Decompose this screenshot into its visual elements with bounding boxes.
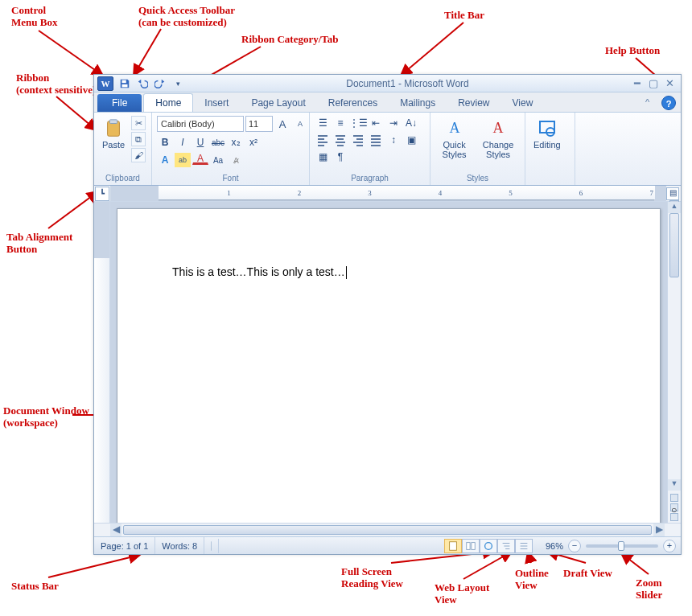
group-styles: A Quick Styles A Change Styles Styles xyxy=(430,113,525,185)
tab-review[interactable]: Review xyxy=(447,94,500,112)
highlight-button[interactable]: ab xyxy=(175,153,191,167)
status-words[interactable]: Words: 8 xyxy=(155,537,204,554)
sort-icon[interactable]: A↓ xyxy=(403,116,419,130)
view-full-screen-reading[interactable] xyxy=(462,539,480,553)
view-web-layout[interactable] xyxy=(480,539,497,553)
document-workspace[interactable]: This is a test…This is only a test… xyxy=(110,202,667,523)
shading-icon[interactable]: ▣ xyxy=(403,133,419,147)
number-list-icon[interactable]: ≡ xyxy=(332,116,348,130)
h-scroll-thumb[interactable] xyxy=(123,525,652,535)
decrease-indent-icon[interactable]: ⇤ xyxy=(368,116,384,130)
anno-zoom-slider: Zoom Slider xyxy=(636,577,662,602)
editing-button[interactable]: Editing xyxy=(530,116,564,151)
group-clipboard: Paste ✂ ⧉ 🖌 Clipboard xyxy=(94,113,152,185)
scroll-right-arrow[interactable]: ▶ xyxy=(653,524,665,536)
horizontal-scrollbar[interactable]: ◀ ▶ xyxy=(110,524,665,536)
close-button[interactable]: ✕ xyxy=(663,78,676,89)
undo-icon[interactable] xyxy=(136,77,149,90)
scroll-down-arrow[interactable]: ▼ xyxy=(668,479,681,491)
cut-icon[interactable]: ✂ xyxy=(131,116,146,130)
align-center-icon[interactable] xyxy=(332,133,348,147)
font-color-button[interactable]: A xyxy=(192,153,208,165)
browse-next-button[interactable] xyxy=(670,513,678,521)
minimize-button[interactable]: ━ xyxy=(631,78,644,89)
proofing-error-button[interactable] xyxy=(204,539,219,553)
zoom-slider-knob[interactable] xyxy=(618,541,624,551)
view-outline[interactable] xyxy=(497,539,515,553)
select-browse-object-button[interactable]: ○ xyxy=(670,503,678,511)
view-draft[interactable] xyxy=(515,539,533,553)
group-paragraph: ☰ ≡ ⋮☰ ⇤ ⇥ A↓ ↕ ▣ ▦ ¶ xyxy=(310,113,430,185)
vertical-ruler[interactable] xyxy=(94,202,110,523)
bullet-list-icon[interactable]: ☰ xyxy=(315,116,331,130)
qat-customize-icon[interactable]: ▾ xyxy=(171,77,184,90)
tab-mailings[interactable]: Mailings xyxy=(389,94,447,112)
ruler-bar: ┗ 1 2 3 4 5 6 7 ▤ xyxy=(94,186,681,202)
tab-page-layout[interactable]: Page Layout xyxy=(240,94,316,112)
redo-icon[interactable] xyxy=(154,77,167,90)
word-window: W ▾ Document1 - Microsoft Word ━ ▢ ✕ Fil… xyxy=(93,74,682,555)
quick-styles-button[interactable]: A Quick Styles xyxy=(435,116,473,161)
grow-font-icon[interactable]: A xyxy=(274,117,290,131)
svg-rect-18 xyxy=(467,542,470,549)
shrink-font-icon[interactable]: A xyxy=(292,117,308,131)
file-tab[interactable]: File xyxy=(97,94,142,112)
document-text[interactable]: This is a test…This is only a test… xyxy=(172,265,347,279)
svg-text:A: A xyxy=(449,120,459,136)
vertical-scrollbar[interactable]: ▲ ▼ ○ xyxy=(667,202,681,523)
borders-icon[interactable]: ▦ xyxy=(315,150,331,164)
zoom-out-button[interactable]: − xyxy=(568,540,581,552)
tab-references[interactable]: References xyxy=(317,94,389,112)
view-ruler-button[interactable]: ▤ xyxy=(666,187,679,200)
control-menu-box[interactable]: W xyxy=(97,76,113,91)
horizontal-ruler[interactable]: 1 2 3 4 5 6 7 xyxy=(110,186,666,201)
svg-text:1: 1 xyxy=(227,189,230,197)
underline-button[interactable]: U xyxy=(192,135,208,150)
subscript-button[interactable]: x₂ xyxy=(228,135,244,150)
help-button[interactable]: ? xyxy=(661,96,676,110)
justify-icon[interactable] xyxy=(368,133,384,147)
change-case-button[interactable]: Aa xyxy=(210,153,226,167)
maximize-button[interactable]: ▢ xyxy=(647,78,660,89)
svg-text:4: 4 xyxy=(439,189,443,197)
anno-title-bar: Title Bar xyxy=(444,10,484,22)
multilevel-list-icon[interactable]: ⋮☰ xyxy=(350,116,366,130)
browse-prev-button[interactable] xyxy=(670,494,678,502)
paste-button[interactable]: Paste xyxy=(99,116,128,151)
tab-home[interactable]: Home xyxy=(143,93,193,112)
zoom-in-button[interactable]: + xyxy=(663,540,676,552)
title-bar[interactable]: W ▾ Document1 - Microsoft Word ━ ▢ ✕ xyxy=(94,75,681,92)
view-print-layout[interactable] xyxy=(444,539,462,553)
font-name-select[interactable] xyxy=(157,116,244,132)
svg-rect-1 xyxy=(122,84,128,87)
increase-indent-icon[interactable]: ⇥ xyxy=(385,116,402,130)
zoom-percent[interactable]: 96% xyxy=(538,541,563,551)
clear-formatting-button[interactable]: A̷ xyxy=(228,153,244,167)
show-marks-icon[interactable]: ¶ xyxy=(332,150,348,164)
tab-view[interactable]: View xyxy=(501,94,545,112)
zoom-slider[interactable] xyxy=(586,544,658,548)
save-icon[interactable] xyxy=(118,77,131,90)
scroll-up-arrow[interactable]: ▲ xyxy=(668,202,681,213)
superscript-button[interactable]: x² xyxy=(245,135,262,150)
text-effects-button[interactable]: A xyxy=(157,153,173,167)
bold-button[interactable]: B xyxy=(157,135,173,150)
page[interactable]: This is a test…This is only a test… xyxy=(117,208,661,523)
tab-insert[interactable]: Insert xyxy=(193,94,240,112)
line-spacing-icon[interactable]: ↕ xyxy=(385,133,402,147)
scroll-left-arrow[interactable]: ◀ xyxy=(110,524,122,536)
change-styles-button[interactable]: A Change Styles xyxy=(476,116,520,161)
tab-alignment-button[interactable]: ┗ xyxy=(95,187,109,201)
align-right-icon[interactable] xyxy=(350,133,366,147)
italic-button[interactable]: I xyxy=(175,135,191,150)
scroll-thumb[interactable] xyxy=(669,213,679,277)
font-size-select[interactable] xyxy=(245,116,273,132)
align-left-icon[interactable] xyxy=(315,133,331,147)
strikethrough-button[interactable]: abc xyxy=(210,135,226,150)
copy-icon[interactable]: ⧉ xyxy=(131,132,146,146)
group-clipboard-label: Clipboard xyxy=(99,174,146,183)
status-page[interactable]: Page: 1 of 1 xyxy=(94,537,155,554)
anno-outline-view: Outline View xyxy=(515,568,549,592)
format-painter-icon[interactable]: 🖌 xyxy=(131,148,146,162)
minimize-ribbon-icon[interactable]: ^ xyxy=(645,97,657,109)
